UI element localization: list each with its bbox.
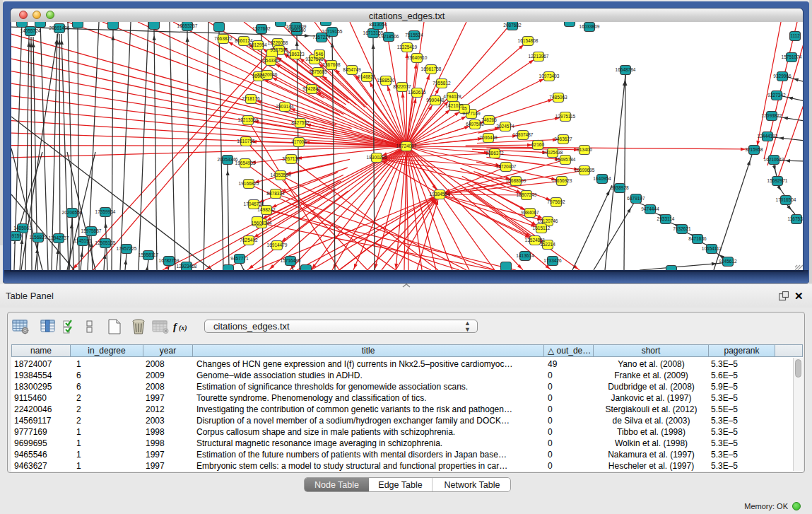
svg-text:17359934: 17359934 [95,209,116,214]
svg-text:9777169: 9777169 [462,111,481,116]
svg-text:8186323: 8186323 [286,52,305,57]
svg-text:2367608: 2367608 [322,62,341,67]
svg-text:1615112: 1615112 [533,226,551,230]
svg-text:17957225: 17957225 [117,246,137,251]
svg-text:417004: 417004 [291,139,307,144]
svg-text:17046738: 17046738 [244,201,264,206]
svg-text:3267130: 3267130 [282,156,300,161]
svg-text:7357224: 7357224 [312,35,331,40]
svg-text:3215958: 3215958 [745,147,763,152]
svg-text:39159: 39159 [11,233,22,238]
svg-text:2933114: 2933114 [657,216,675,221]
svg-text:7515524: 7515524 [405,33,423,37]
svg-text:19384554: 19384554 [430,192,450,197]
svg-text:10688609: 10688609 [506,178,526,183]
svg-text:12213967: 12213967 [529,54,549,59]
svg-text:8454749: 8454749 [343,67,361,72]
svg-text:2718176: 2718176 [242,96,260,101]
svg-text:14353594: 14353594 [271,173,291,177]
svg-text:3024574: 3024574 [496,124,514,129]
svg-text:16033809: 16033809 [286,24,307,29]
svg-text:9227342: 9227342 [767,93,786,98]
svg-text:19656923: 19656923 [552,178,572,183]
svg-text:12942737: 12942737 [49,235,69,240]
svg-text:10719155: 10719155 [322,29,343,34]
svg-text:16154808: 16154808 [518,38,539,43]
svg-text:9327505: 9327505 [270,47,288,52]
svg-text:8912954: 8912954 [249,42,267,47]
svg-text:11325419: 11325419 [397,45,418,49]
svg-text:16961758: 16961758 [421,66,442,71]
svg-text:1588520: 1588520 [377,78,395,83]
svg-text:19166825: 19166825 [239,181,259,186]
svg-text:6879197: 6879197 [627,196,645,201]
svg-text:9146821: 9146821 [358,74,376,79]
svg-text:12444193: 12444193 [758,134,778,139]
svg-text:19654933: 19654933 [235,160,256,165]
svg-text:2036448: 2036448 [479,135,498,140]
svg-text:2087682: 2087682 [503,23,522,28]
svg-text:16782759: 16782759 [159,258,180,263]
svg-text:1498242: 1498242 [257,207,276,212]
svg-text:1362615: 1362615 [408,90,426,95]
svg-text:12975115: 12975115 [555,114,576,119]
svg-text:7485063: 7485063 [549,95,567,100]
svg-text:3875685: 3875685 [309,69,327,74]
svg-text:7955812: 7955812 [433,81,451,86]
svg-text:19218506: 19218506 [379,34,399,39]
svg-text:16033809: 16033809 [579,24,600,29]
svg-text:20691406: 20691406 [49,25,70,30]
svg-text:17016504: 17016504 [776,197,796,202]
svg-text:8878334: 8878334 [266,191,285,196]
svg-text:1156829: 1156829 [30,235,47,240]
svg-text:6497508: 6497508 [466,122,484,127]
svg-text:1145191: 1145191 [74,238,92,243]
svg-text:8660124: 8660124 [235,38,253,43]
svg-text:9463627: 9463627 [554,136,572,141]
svg-text:8427552: 8427552 [291,120,310,125]
svg-text:8322037: 8322037 [393,84,411,89]
svg-text:10973493: 10973493 [539,74,560,78]
svg-text:2386372: 2386372 [486,151,504,156]
svg-text:9384067: 9384067 [521,210,539,215]
svg-text:(x): (x) [179,324,187,332]
svg-text:7975692: 7975692 [547,199,565,204]
svg-text:20206556: 20206556 [62,210,83,215]
svg-text:15495784: 15495784 [555,157,576,162]
svg-text:18724007: 18724007 [396,144,417,148]
svg-text:913400: 913400 [577,147,592,152]
svg-text:18300295: 18300295 [367,155,387,160]
svg-text:18807249: 18807249 [517,192,537,197]
svg-text:10120746: 10120746 [538,218,558,223]
svg-text:9990448: 9990448 [426,98,445,103]
svg-text:12093872: 12093872 [762,113,782,118]
svg-text:10699695: 10699695 [575,168,595,173]
svg-text:8938928: 8938928 [611,185,629,190]
svg-text:1112: 1112 [790,33,800,38]
svg-text:1421025: 1421025 [445,103,464,108]
svg-text:546: 546 [316,52,324,57]
svg-text:4794028: 4794028 [443,94,461,99]
svg-text:1810755: 1810755 [237,139,255,144]
svg-text:16210643: 16210643 [764,157,784,162]
svg-text:23420046: 23420046 [257,72,278,77]
svg-text:14055724: 14055724 [20,28,41,33]
svg-text:15692971: 15692971 [767,178,788,183]
svg-text:15958117: 15958117 [139,252,159,257]
svg-text:15720407: 15720407 [496,164,517,169]
svg-text:1413614: 1413614 [516,253,534,258]
svg-text:15609344: 15609344 [252,221,272,226]
svg-text:8813054: 8813054 [369,22,387,27]
svg-text:10653267: 10653267 [177,23,198,28]
svg-text:2803144: 2803144 [276,104,294,109]
svg-text:9329966: 9329966 [773,74,792,78]
svg-text:12505135: 12505135 [95,240,116,245]
svg-text:9327508: 9327508 [305,57,324,62]
svg-text:9242845: 9242845 [302,86,321,91]
svg-text:1733426: 1733426 [543,258,562,263]
svg-text:10025438: 10025438 [543,150,563,155]
svg-text:16914479: 16914479 [267,243,288,247]
svg-text:10654112: 10654112 [702,246,722,251]
svg-text:12923468: 12923468 [177,264,197,269]
svg-text:62160: 62160 [531,142,544,147]
